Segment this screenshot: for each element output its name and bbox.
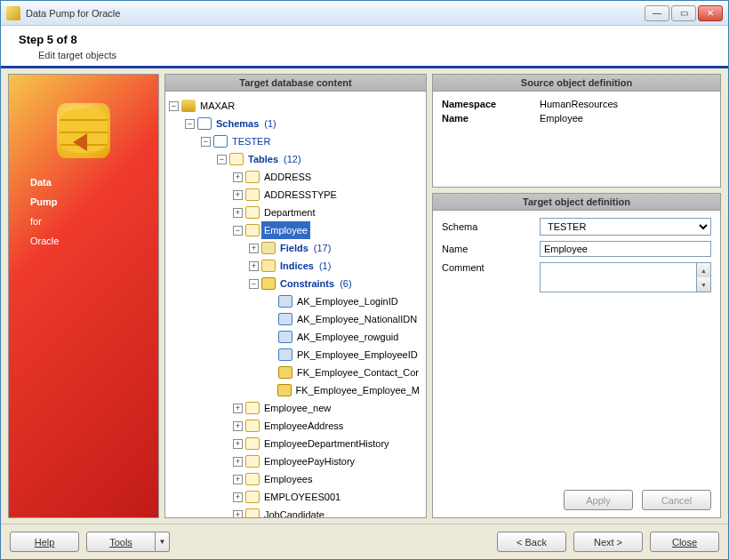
next-button[interactable]: Next > bbox=[573, 532, 643, 552]
expander-icon[interactable]: + bbox=[233, 475, 243, 484]
maximize-button[interactable]: ▭ bbox=[671, 5, 696, 21]
node-label: JobCandidate bbox=[261, 506, 327, 517]
expander-icon[interactable]: + bbox=[233, 404, 243, 413]
expander-icon[interactable]: − bbox=[249, 279, 259, 289]
tree-constraint[interactable]: AK_Employee_NationalIDN bbox=[169, 310, 422, 328]
tree-table[interactable]: +JobCandidate bbox=[169, 506, 422, 517]
help-button[interactable]: Help bbox=[10, 532, 79, 552]
node-label: Employee bbox=[261, 221, 310, 239]
tree-table[interactable]: +Employee_new bbox=[169, 399, 422, 417]
expander-icon[interactable]: + bbox=[233, 457, 243, 467]
expander-icon[interactable]: − bbox=[185, 119, 195, 129]
expander-icon[interactable]: − bbox=[233, 226, 243, 236]
expander-icon[interactable]: + bbox=[233, 439, 243, 449]
tree-root[interactable]: −MAXAR bbox=[169, 97, 422, 115]
back-button[interactable]: < Back bbox=[497, 532, 566, 552]
expander-icon[interactable]: + bbox=[233, 421, 243, 431]
tree-constraint[interactable]: PK_Employee_EmployeeID bbox=[169, 346, 422, 364]
tree-panel-header: Target database content bbox=[165, 75, 426, 92]
tree-panel: Target database content −MAXAR−Schemas(1… bbox=[164, 74, 427, 518]
index-icon bbox=[261, 260, 276, 272]
node-count: (6) bbox=[340, 276, 351, 292]
comment-textarea[interactable] bbox=[540, 262, 697, 292]
node-count: (1) bbox=[264, 116, 276, 132]
table-icon bbox=[245, 437, 260, 450]
tree-table[interactable]: +Employees bbox=[169, 470, 422, 488]
expander-icon[interactable]: − bbox=[201, 137, 211, 147]
expander-icon[interactable]: + bbox=[249, 244, 259, 253]
tree-constraints[interactable]: −Constraints(6) bbox=[169, 275, 422, 292]
expander-icon[interactable]: − bbox=[217, 155, 227, 164]
table-icon bbox=[245, 171, 260, 183]
node-label: Schemas bbox=[213, 115, 261, 132]
close-button[interactable]: Close bbox=[650, 532, 719, 552]
tree-constraint[interactable]: AK_Employee_LoginID bbox=[169, 292, 422, 310]
expander-icon[interactable]: + bbox=[233, 190, 243, 200]
node-label: AK_Employee_LoginID bbox=[294, 292, 401, 310]
name-input[interactable] bbox=[540, 241, 711, 257]
node-count: (12) bbox=[284, 151, 301, 167]
wizard-sidebar: Data Pump for Oracle bbox=[8, 74, 159, 518]
node-label: Employee_new bbox=[261, 399, 333, 417]
tree-table[interactable]: +EMPLOYEES001 bbox=[169, 488, 422, 506]
object-tree[interactable]: −MAXAR−Schemas(1)−TESTER−Tables(12)+ADDR… bbox=[165, 92, 426, 517]
tree-fields[interactable]: +Fields(17) bbox=[169, 239, 422, 257]
node-label: AK_Employee_rowguid bbox=[294, 328, 401, 346]
tree-table[interactable]: +EmployeeDepartmentHistory bbox=[169, 435, 422, 452]
field-icon bbox=[261, 242, 276, 254]
node-label: EmployeePayHistory bbox=[261, 452, 357, 470]
spin-down-icon[interactable]: ▼ bbox=[697, 277, 710, 292]
wizard-footer: Help Tools ▼ < Back Next > Close bbox=[1, 524, 728, 559]
tree-table-selected[interactable]: −Employee bbox=[169, 221, 422, 239]
tree-table[interactable]: +ADDRESSTYPE bbox=[169, 186, 422, 204]
schema-icon bbox=[213, 135, 228, 148]
table-icon bbox=[245, 224, 260, 236]
expander-icon[interactable]: − bbox=[169, 101, 179, 111]
expander-icon[interactable]: + bbox=[233, 208, 243, 218]
source-namespace-label: Namespace bbox=[442, 99, 540, 109]
close-window-button[interactable]: ✕ bbox=[698, 5, 723, 21]
target-panel: Target object definition Schema TESTER N… bbox=[432, 193, 721, 518]
tree-tables[interactable]: −Tables(12) bbox=[169, 150, 422, 168]
target-body: Schema TESTER Name Comment bbox=[433, 211, 720, 484]
node-count: (17) bbox=[314, 240, 332, 256]
tree-constraint[interactable]: AK_Employee_rowguid bbox=[169, 328, 422, 346]
expander-icon[interactable]: + bbox=[233, 172, 243, 182]
node-label: FK_Employee_Contact_Cor bbox=[294, 364, 421, 381]
app-window: Data Pump for Oracle — ▭ ✕ Step 5 of 8 E… bbox=[0, 0, 729, 560]
definition-column: Source object definition Namespace Human… bbox=[432, 74, 721, 518]
cancel-button[interactable]: Cancel bbox=[642, 490, 711, 510]
expander-icon[interactable]: + bbox=[249, 261, 259, 271]
node-label: EmployeeDepartmentHistory bbox=[261, 435, 392, 452]
table-icon bbox=[229, 153, 244, 165]
minimize-button[interactable]: — bbox=[645, 5, 669, 21]
tree-table[interactable]: +EmployeeAddress bbox=[169, 417, 422, 435]
node-label: ADDRESS bbox=[261, 168, 314, 186]
tools-button[interactable]: Tools bbox=[86, 532, 156, 552]
apply-button[interactable]: Apply bbox=[564, 490, 633, 510]
node-label: AK_Employee_NationalIDN bbox=[294, 310, 420, 328]
step-subtitle: Edit target objects bbox=[38, 50, 710, 60]
constraint-icon bbox=[278, 313, 292, 325]
source-panel-header: Source object definition bbox=[433, 75, 720, 92]
expander-icon[interactable]: + bbox=[233, 510, 243, 518]
tree-indices[interactable]: +Indices(1) bbox=[169, 257, 422, 275]
sidebar-title: Data Pump for Oracle bbox=[9, 172, 158, 251]
tree-schema[interactable]: −TESTER bbox=[169, 132, 422, 150]
tree-schemas[interactable]: −Schemas(1) bbox=[169, 115, 422, 132]
tree-constraint[interactable]: FK_Employee_Contact_Cor bbox=[169, 364, 422, 381]
tools-dropdown-icon[interactable]: ▼ bbox=[156, 532, 170, 552]
target-panel-header: Target object definition bbox=[433, 194, 720, 211]
tree-table[interactable]: +Department bbox=[169, 204, 422, 221]
expander-icon[interactable]: + bbox=[233, 492, 243, 502]
tree-constraint[interactable]: FK_Employee_Employee_M bbox=[169, 381, 422, 399]
schema-select[interactable]: TESTER bbox=[540, 218, 711, 236]
window-buttons: — ▭ ✕ bbox=[645, 5, 723, 21]
tree-table[interactable]: +ADDRESS bbox=[169, 168, 422, 186]
spin-up-icon[interactable]: ▲ bbox=[697, 263, 710, 277]
table-icon bbox=[245, 420, 260, 432]
node-label: Employees bbox=[261, 470, 315, 488]
source-namespace-value: HumanResources bbox=[540, 99, 618, 109]
tree-table[interactable]: +EmployeePayHistory bbox=[169, 452, 422, 470]
node-count: (1) bbox=[319, 258, 331, 274]
